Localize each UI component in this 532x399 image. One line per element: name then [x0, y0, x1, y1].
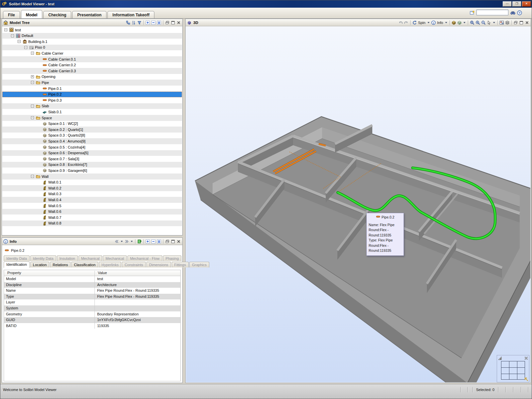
undo-icon[interactable]	[398, 20, 403, 25]
tree-node-default[interactable]: −Default	[2, 33, 182, 39]
zoom-fit-icon[interactable]	[470, 20, 474, 25]
list-view-icon[interactable]	[157, 20, 161, 25]
info-tab-hyperlinks[interactable]: Hyperlinks	[99, 262, 121, 267]
tree-node-pipe-0-2[interactable]: Pipe.0.2	[2, 92, 182, 98]
tree-node-cable-carrier-0-2[interactable]: Cable Carrier.0.2	[2, 62, 182, 68]
info-tab-constraints[interactable]: Constraints	[122, 262, 146, 267]
tree-node-pipe-0-3[interactable]: Pipe.0.3	[2, 97, 182, 103]
spin-icon[interactable]	[412, 20, 417, 25]
close-window-icon[interactable]	[176, 239, 181, 244]
select-tool-caret[interactable]	[493, 22, 495, 23]
minimize-button[interactable]: —	[503, 1, 512, 7]
back-arrows-icon[interactable]	[114, 239, 119, 244]
expand-icon[interactable]: +	[31, 75, 34, 78]
maximize-window-icon[interactable]	[171, 20, 175, 25]
collapse-all-icon[interactable]	[151, 20, 156, 25]
help-icon[interactable]: ?	[517, 10, 522, 15]
info-tab-insulation[interactable]: Insulation	[57, 255, 78, 261]
collapse-icon[interactable]: −	[4, 28, 7, 31]
collapse-icon[interactable]: −	[31, 105, 34, 108]
tree-node-wall-0-7[interactable]: Wall.0.7	[2, 214, 182, 220]
close-window-icon[interactable]	[176, 20, 181, 25]
tree-node-piso-0[interactable]: −Piso 0	[2, 45, 182, 51]
tree-node-wall-0-4[interactable]: Wall.0.4	[2, 197, 182, 203]
menu-tab-information-takeoff[interactable]: Information Takeoff	[107, 11, 154, 18]
render-mode-caret[interactable]	[463, 22, 465, 23]
info-tab-fittings[interactable]: Fittings	[172, 262, 189, 267]
info-tab-identification[interactable]: Identification	[4, 261, 30, 268]
info-tab-location[interactable]: Location	[30, 262, 50, 267]
collapse-all-icon[interactable]	[151, 239, 156, 244]
tree-node-slab-0-1[interactable]: Slab.0.1	[2, 109, 182, 115]
tree-node-space-0-2-quarto-1-[interactable]: Space.0.2 : Quarto[1]	[2, 127, 182, 133]
back-history-caret[interactable]	[121, 241, 123, 242]
layout-icon[interactable]	[499, 20, 504, 25]
new-view-icon[interactable]	[470, 10, 474, 15]
tree-node-space-0-3-quarto2-8-[interactable]: Space.0.3 : Quarto2[8]	[2, 133, 182, 139]
report-icon[interactable]	[137, 239, 142, 244]
info-caret[interactable]	[445, 22, 447, 23]
tree-node-space[interactable]: −Space	[2, 115, 182, 121]
maximize-window-icon[interactable]	[171, 239, 175, 244]
info-circle-icon[interactable]: i	[431, 20, 436, 25]
navigator-close-icon[interactable]	[524, 356, 528, 360]
collapse-icon[interactable]: −	[31, 52, 34, 55]
tree-node-space-0-1-wc-2-[interactable]: Space.0.1 : WC[2]	[2, 121, 182, 127]
menu-tab-presentation[interactable]: Presentation	[72, 11, 106, 18]
collapse-icon[interactable]: −	[31, 81, 34, 84]
tree-node-cable-carrier[interactable]: −Cable Carrier	[2, 50, 182, 56]
forward-arrows-icon[interactable]	[124, 239, 129, 244]
tree-node-wall[interactable]: −Wall	[2, 174, 182, 180]
menu-tab-model[interactable]: Model	[21, 10, 43, 18]
restore-window-icon[interactable]	[513, 20, 518, 25]
list-view-icon[interactable]	[157, 239, 161, 244]
info-tab-phasing[interactable]: Phasing	[163, 255, 182, 261]
navigator-panel[interactable]	[497, 355, 529, 382]
redo-icon[interactable]	[404, 20, 409, 25]
maximize-window-icon[interactable]	[519, 20, 524, 25]
close-button[interactable]: ✕	[522, 1, 531, 7]
select-cursor-icon[interactable]	[487, 20, 491, 25]
info-mode-label[interactable]: Info	[437, 21, 443, 25]
info-tab-mechanical[interactable]: Mechanical	[103, 255, 127, 261]
find-binoculars-icon[interactable]	[510, 10, 515, 15]
tree-node-wall-0-5[interactable]: Wall.0.5	[2, 203, 182, 209]
zoom-in-icon[interactable]	[475, 20, 480, 25]
tree-node-wall-0-1[interactable]: Wall.0.1	[2, 180, 182, 186]
restore-button[interactable]: ❐	[512, 1, 521, 7]
tree-node-cable-carrier-0-1[interactable]: Cable Carrier.0.1	[2, 56, 182, 62]
info-tab-mechanical-flow[interactable]: Mechanical - Flow	[127, 255, 162, 261]
info-tab-identity-data[interactable]: Identity Data	[4, 255, 30, 261]
tree-node-test[interactable]: −test	[2, 27, 182, 33]
info-tab-classification[interactable]: Classification	[71, 262, 98, 267]
tree-sort-icon[interactable]	[131, 20, 136, 25]
tree-node-pipe[interactable]: −Pipe	[2, 80, 182, 86]
tree-node-wall-0-3[interactable]: Wall.0.3	[2, 191, 182, 197]
menu-tab-checking[interactable]: Checking	[43, 11, 71, 18]
tree-node-space-0-8-escrit-rio-7-[interactable]: Space.0.8 : Escritório[7]	[2, 162, 182, 168]
spin-caret[interactable]	[428, 22, 430, 23]
tree-node-opening[interactable]: +Opening	[2, 74, 182, 80]
tree-node-wall-0-6[interactable]: Wall.0.6	[2, 209, 182, 215]
tree-node-space-0-5-cozinha-4-[interactable]: Space.0.5 : Cozinha[4]	[2, 144, 182, 150]
tree-node-wall-0-2[interactable]: Wall.0.2	[2, 185, 182, 191]
tree-node-space-0-7-sala-3-[interactable]: Space.0.7 : Sala[3]	[2, 156, 182, 162]
tree-node-space-0-4-arrumos-9-[interactable]: Space.0.4 : Arrumos[9]	[2, 138, 182, 144]
menu-tab-file[interactable]: File	[3, 11, 20, 18]
info-tab-graphics[interactable]: Graphics	[189, 262, 209, 267]
collapse-icon[interactable]: −	[18, 40, 21, 43]
close-window-icon[interactable]	[525, 20, 529, 25]
restore-window-icon[interactable]	[165, 239, 170, 244]
info-tab-dimensions[interactable]: Dimensions	[146, 262, 171, 267]
expand-all-icon[interactable]	[145, 239, 150, 244]
layers-icon[interactable]	[505, 20, 510, 25]
info-tab-relations[interactable]: Relations	[50, 262, 71, 267]
tree-node-building-b-1[interactable]: −Building.b.1	[2, 39, 182, 45]
collapse-icon[interactable]: −	[11, 34, 14, 37]
tree-node-slab[interactable]: −Slab	[2, 103, 182, 109]
collapse-icon[interactable]: −	[24, 46, 27, 49]
tree-node-space-0-6-despensa-5-[interactable]: Space.0.6 : Despensa[5]	[2, 150, 182, 156]
tree-node-wall-0-8[interactable]: Wall.0.8	[2, 220, 182, 226]
tree-node-cable-carrier-0-3[interactable]: Cable Carrier.0.3	[2, 68, 182, 74]
tree-node-space-0-9-garagem-6-[interactable]: Space.0.9 : Garagem[6]	[2, 168, 182, 174]
